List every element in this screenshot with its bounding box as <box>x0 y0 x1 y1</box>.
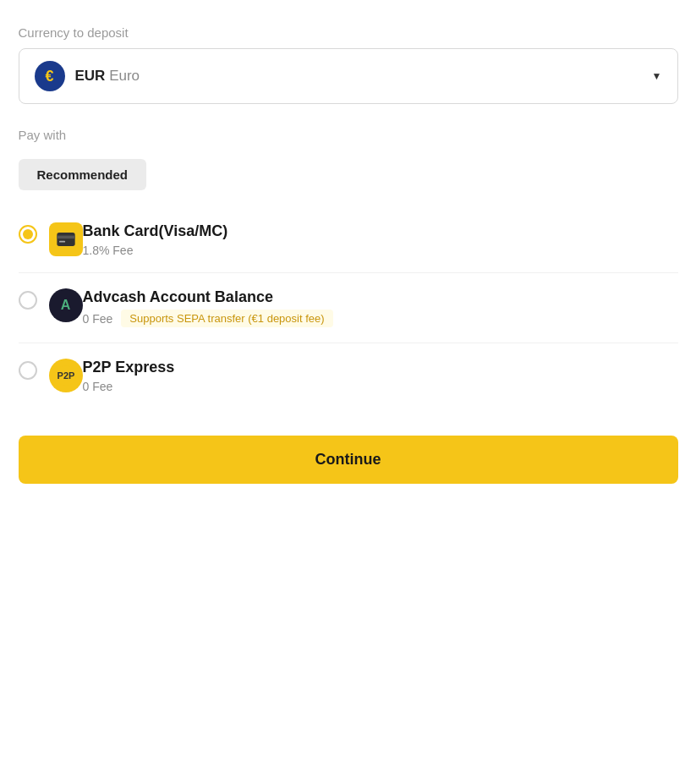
bank-card-name: Bank Card(Visa/MC) <box>83 222 678 240</box>
advcash-details: Advcash Account Balance 0 Fee Supports S… <box>83 288 678 327</box>
advcash-fee: 0 Fee Supports SEPA transfer (€1 deposit… <box>83 310 678 327</box>
currency-label: Currency to deposit <box>19 25 678 40</box>
divider-2 <box>19 343 678 343</box>
divider-1 <box>19 272 678 273</box>
p2p-express-icon: P2P <box>49 359 83 392</box>
sepa-badge: Supports SEPA transfer (€1 deposit fee) <box>121 310 332 327</box>
advcash-name: Advcash Account Balance <box>83 288 678 306</box>
bank-card-fee: 1.8% Fee <box>83 244 678 257</box>
radio-outer-advcash <box>19 291 37 310</box>
currency-section: Currency to deposit € EUR Euro ▼ <box>19 25 678 104</box>
pay-with-label: Pay with <box>19 128 678 142</box>
radio-p2p[interactable] <box>19 361 37 380</box>
radio-outer-bank-card <box>19 225 37 244</box>
currency-name: Euro <box>109 68 140 84</box>
currency-dropdown[interactable]: € EUR Euro ▼ <box>19 48 678 104</box>
radio-outer-p2p <box>19 361 37 380</box>
bank-card-details: Bank Card(Visa/MC) 1.8% Fee <box>83 222 678 257</box>
bank-card-fee-text: 1.8% Fee <box>83 244 134 257</box>
p2p-fee-text: 0 Fee <box>83 380 113 393</box>
radio-advcash[interactable] <box>19 291 37 310</box>
payment-option-bank-card[interactable]: Bank Card(Visa/MC) 1.8% Fee <box>19 211 678 269</box>
svg-rect-0 <box>57 233 74 246</box>
payment-options-list: Bank Card(Visa/MC) 1.8% Fee A Advcash Ac… <box>19 211 678 405</box>
svg-rect-1 <box>57 236 74 239</box>
radio-inner-bank-card <box>23 229 33 239</box>
payment-option-advcash[interactable]: A Advcash Account Balance 0 Fee Supports… <box>19 277 678 339</box>
radio-bank-card[interactable] <box>19 225 37 244</box>
svg-rect-2 <box>59 241 65 243</box>
recommended-tab[interactable]: Recommended <box>19 159 147 190</box>
svg-text:P2P: P2P <box>57 370 74 381</box>
currency-text: EUR Euro <box>75 68 652 85</box>
currency-code: EUR <box>75 68 106 84</box>
p2p-details: P2P Express 0 Fee <box>83 359 678 393</box>
payment-option-p2p[interactable]: P2P P2P Express 0 Fee <box>19 347 678 405</box>
advcash-icon: A <box>49 288 83 322</box>
advcash-fee-text: 0 Fee <box>83 312 113 326</box>
continue-button[interactable]: Continue <box>19 436 678 484</box>
euro-symbol-icon: € <box>45 68 53 85</box>
currency-icon: € <box>35 61 65 91</box>
deposit-form: Currency to deposit € EUR Euro ▼ Pay wit… <box>19 25 678 484</box>
bank-card-icon <box>49 222 83 256</box>
pay-with-section: Pay with Recommended <box>19 128 678 190</box>
chevron-down-icon: ▼ <box>652 70 662 82</box>
p2p-name: P2P Express <box>83 359 678 376</box>
p2p-fee: 0 Fee <box>83 380 678 393</box>
